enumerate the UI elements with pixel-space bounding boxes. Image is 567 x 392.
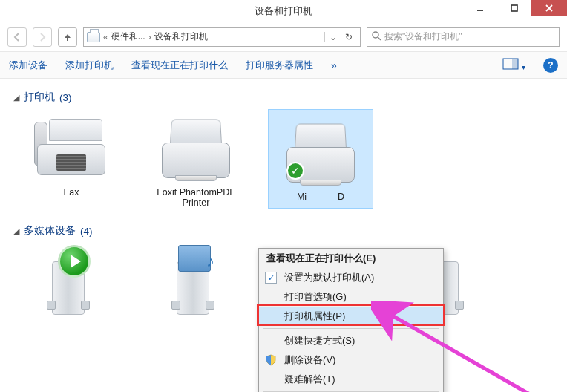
toolbar-see-printing[interactable]: 查看现在正在打印什么 — [131, 59, 228, 72]
titlebar: 设备和打印机 — [0, 0, 567, 22]
device-item-foxit[interactable]: Foxit PhantomPDF Printer — [144, 110, 248, 208]
context-menu-header[interactable]: 查看现在正在打印什么(E) — [259, 249, 443, 268]
section-header-multimedia[interactable]: ◢ 多媒体设备 (4) — [13, 224, 554, 238]
preview-pane-button[interactable]: ▾ — [502, 58, 525, 72]
nav-up-button[interactable] — [58, 27, 77, 47]
ctx-printer-properties[interactable]: 打印机属性(P) — [259, 307, 443, 326]
help-button[interactable]: ? — [543, 58, 558, 73]
section-count: (3) — [59, 92, 72, 103]
command-bar: 添加设备 添加打印机 查看现在正在打印什么 打印服务器属性 » ▾ ? — [0, 52, 567, 79]
device-item-selected[interactable]: ✓ Mi D — [269, 110, 373, 208]
svg-line-5 — [378, 37, 381, 40]
toolbar-add-device[interactable]: 添加设备 — [9, 59, 47, 72]
address-bar[interactable]: « 硬件和... › 设备和打印机 ⌄ ↻ — [83, 27, 361, 47]
ctx-delete-device[interactable]: 删除设备(V) — [259, 350, 443, 370]
media-badge-icon — [178, 245, 211, 272]
search-input[interactable]: 搜索"设备和打印机" — [367, 27, 560, 47]
printers-grid: Fax Foxit PhantomPDF Printer ✓ Mi D — [13, 110, 554, 208]
checkbox-checked-icon: ✓ — [265, 272, 277, 284]
printer-icon — [155, 110, 237, 184]
nav-back-button[interactable] — [7, 27, 27, 47]
close-button[interactable] — [531, 0, 567, 16]
shield-icon — [265, 354, 277, 366]
ctx-set-default[interactable]: ✓ 设置为默认打印机(A) — [259, 268, 443, 287]
device-label: Foxit PhantomPDF Printer — [144, 187, 248, 208]
default-check-icon: ✓ — [286, 162, 304, 180]
address-refresh-sep: ⌄ ↻ — [324, 32, 357, 42]
context-menu: 查看现在正在打印什么(E) ✓ 设置为默认打印机(A) 打印首选项(G) 打印机… — [258, 248, 444, 392]
address-row: « 硬件和... › 设备和打印机 ⌄ ↻ 搜索"设备和打印机" — [0, 22, 567, 52]
device-label-partial: Mi — [297, 192, 307, 202]
search-icon — [372, 31, 381, 43]
search-placeholder: 搜索"设备和打印机" — [384, 30, 462, 43]
breadcrumb-sep-icon: « — [103, 32, 108, 42]
media-device-icon — [155, 244, 237, 318]
refresh-icon[interactable]: ↻ — [345, 32, 353, 42]
media-device-icon — [30, 244, 112, 318]
toolbar-add-printer[interactable]: 添加打印机 — [65, 59, 114, 72]
ctx-print-preferences[interactable]: 打印首选项(G) — [259, 287, 443, 307]
maximize-button[interactable] — [497, 0, 531, 16]
section-label: 多媒体设备 — [24, 224, 76, 238]
toolbar-server-properties[interactable]: 打印服务器属性 — [246, 59, 313, 72]
content-area: ◢ 打印机 (3) Fax Foxit PhantomPDF Printer ✓… — [0, 79, 567, 392]
fax-icon — [30, 110, 112, 184]
ctx-create-shortcut[interactable]: 创建快捷方式(S) — [259, 331, 443, 350]
collapse-icon: ◢ — [13, 226, 19, 236]
chevron-down-icon[interactable]: ⌄ — [330, 32, 337, 42]
device-item-fax[interactable]: Fax — [19, 110, 123, 208]
device-item-media[interactable] — [19, 244, 123, 318]
svg-rect-7 — [512, 59, 518, 69]
device-label: Fax — [64, 187, 79, 197]
svg-rect-1 — [511, 5, 517, 11]
breadcrumb-item[interactable]: 硬件和... — [111, 30, 145, 43]
toolbar-overflow[interactable]: » — [331, 59, 337, 71]
window-title: 设备和打印机 — [255, 4, 312, 18]
section-count: (4) — [80, 226, 93, 237]
breadcrumb-item[interactable]: 设备和打印机 — [154, 30, 208, 43]
nav-forward-button[interactable] — [33, 27, 52, 47]
menu-separator — [263, 328, 439, 329]
device-item-media[interactable] — [144, 244, 248, 318]
device-label-partial: D — [338, 192, 344, 202]
location-icon — [87, 32, 100, 42]
minimize-button[interactable] — [463, 0, 497, 16]
play-badge-icon — [58, 245, 91, 278]
section-label: 打印机 — [24, 91, 55, 104]
svg-point-4 — [373, 32, 378, 38]
breadcrumb-sep-icon: › — [148, 32, 151, 42]
collapse-icon: ◢ — [13, 93, 19, 102]
section-header-printers[interactable]: ◢ 打印机 (3) — [13, 91, 554, 104]
ctx-troubleshoot[interactable]: 疑难解答(T) — [259, 370, 443, 389]
window-controls — [463, 0, 567, 16]
printer-icon: ✓ — [280, 114, 361, 189]
